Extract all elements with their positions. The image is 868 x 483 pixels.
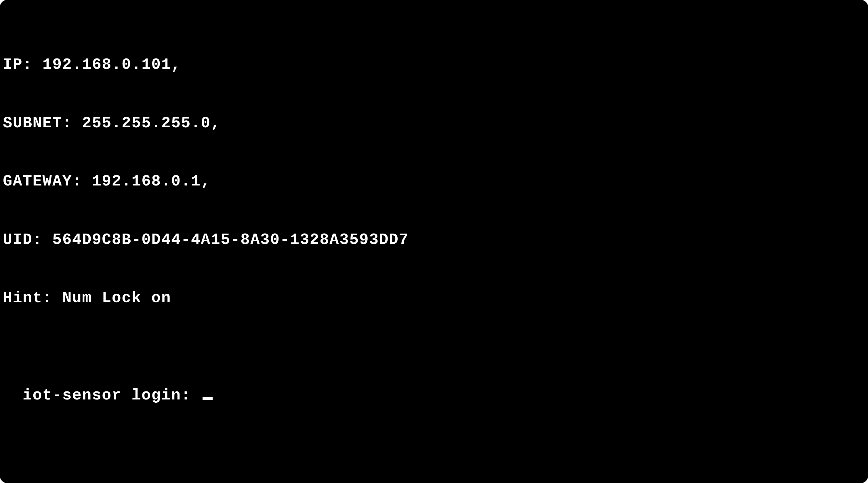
ip-line: IP: 192.168.0.101,: [3, 55, 865, 75]
uid-line: UID: 564D9C8B-0D44-4A15-8A30-1328A3593DD…: [3, 230, 865, 250]
gateway-line: GATEWAY: 192.168.0.1,: [3, 172, 865, 191]
terminal-window[interactable]: IP: 192.168.0.101, SUBNET: 255.255.255.0…: [0, 0, 868, 483]
hint-line: Hint: Num Lock on: [3, 288, 865, 308]
login-prompt: iot-sensor login:: [23, 387, 201, 404]
cursor-icon[interactable]: [203, 397, 213, 400]
subnet-line: SUBNET: 255.255.255.0,: [3, 113, 865, 133]
blank-line: [3, 347, 865, 366]
